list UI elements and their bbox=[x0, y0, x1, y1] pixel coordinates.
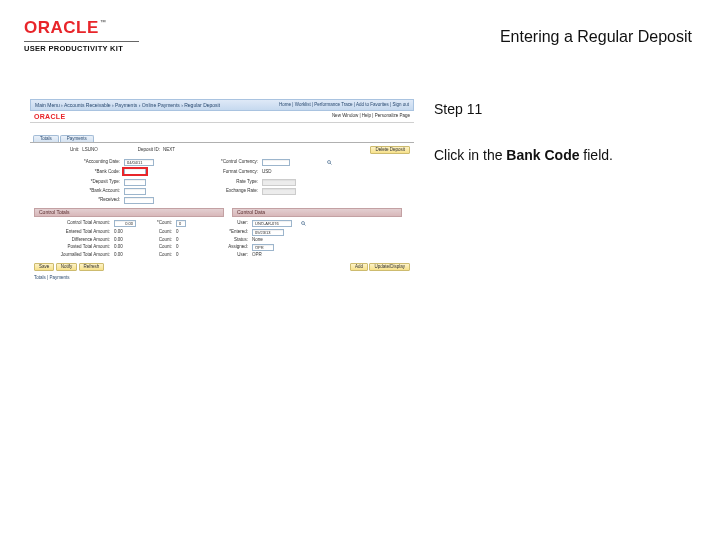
control-totals-grid: Control Total Amount: 0.00 *Count: 0 Use… bbox=[30, 217, 414, 260]
count4-label: Count: bbox=[142, 245, 172, 250]
rate-type-input[interactable] bbox=[262, 179, 296, 186]
logo-text: ORACLE bbox=[24, 18, 99, 38]
control-data-header: Control Data bbox=[232, 208, 402, 217]
control-total-amount-input[interactable]: 0.00 bbox=[114, 220, 136, 227]
content-row: Main Menu › Accounts Receivable › Paymen… bbox=[0, 59, 720, 299]
rate-type-label: Rate Type: bbox=[188, 180, 258, 185]
received-input[interactable] bbox=[124, 197, 154, 204]
logo-subtitle: USER PRODUCTIVITY KIT bbox=[24, 41, 139, 53]
user2-value: OPR bbox=[252, 253, 296, 258]
user-value[interactable]: UNO-AR-076 bbox=[252, 220, 292, 227]
screenshot-brand-links: New Window | Help | Personalize Page bbox=[332, 114, 410, 119]
count5-value: 0 bbox=[176, 253, 188, 258]
control-total-amount-label: Control Total Amount: bbox=[40, 221, 110, 226]
update-display-button[interactable]: Update/Display bbox=[369, 263, 410, 272]
count2-label: Count: bbox=[142, 230, 172, 235]
status-label: Status: bbox=[192, 238, 248, 243]
difference-amount-label: Difference Amount: bbox=[40, 238, 110, 243]
svg-line-3 bbox=[304, 224, 306, 226]
desc-prefix: Click in the bbox=[434, 147, 506, 163]
instruction-panel: Step 11 Click in the Bank Code field. bbox=[434, 99, 694, 163]
topbar-links: Home | Worklist | Performance Trace | Ad… bbox=[279, 103, 409, 108]
count4-value: 0 bbox=[176, 245, 188, 250]
footer-buttons: Save Notify Refresh Add Update/Display bbox=[30, 260, 414, 275]
lookup-icon[interactable] bbox=[300, 220, 306, 226]
unit-label: Unit: bbox=[70, 148, 79, 153]
accounting-date-input[interactable]: 04/04/11 bbox=[124, 159, 154, 166]
control-currency-input[interactable] bbox=[262, 159, 290, 166]
count1-input[interactable]: 0 bbox=[176, 220, 186, 227]
bank-account-label: *Bank Account: bbox=[60, 189, 120, 194]
posted-total-amount-label: Posted Total Amount: bbox=[40, 245, 110, 250]
screenshot-topbar: Main Menu › Accounts Receivable › Paymen… bbox=[30, 99, 414, 111]
count2-value: 0 bbox=[176, 230, 188, 235]
accounting-date-label: *Accounting Date: bbox=[60, 160, 120, 165]
save-button[interactable]: Save bbox=[34, 263, 54, 272]
journalled-total-amount-value: 0.00 bbox=[114, 253, 138, 258]
count3-value: 0 bbox=[176, 238, 188, 243]
refresh-button[interactable]: Refresh bbox=[79, 263, 105, 272]
add-button[interactable]: Add bbox=[350, 263, 368, 272]
svg-line-1 bbox=[330, 163, 332, 165]
deposit-id-value: NEXT bbox=[163, 148, 175, 153]
deposit-id-label: Deposit ID: bbox=[138, 148, 160, 153]
oracle-logo: ORACLE ™ bbox=[24, 18, 139, 38]
tab-bar: Totals Payments bbox=[30, 133, 414, 143]
exchange-rate-input[interactable] bbox=[262, 188, 296, 195]
tab-totals[interactable]: Totals bbox=[33, 135, 59, 143]
step-description: Click in the Bank Code field. bbox=[434, 147, 694, 163]
desc-suffix: field. bbox=[579, 147, 612, 163]
page-header: ORACLE ™ USER PRODUCTIVITY KIT Entering … bbox=[0, 0, 720, 59]
format-currency-label: Format Currency: bbox=[188, 170, 258, 175]
bottom-tab-links[interactable]: Totals | Payments bbox=[30, 274, 414, 281]
unit-value: LSUNO bbox=[82, 148, 98, 153]
count5-label: Count: bbox=[142, 253, 172, 258]
bank-code-label: *Bank Code: bbox=[60, 170, 120, 175]
control-currency-label: *Control Currency: bbox=[188, 160, 258, 165]
journalled-total-amount-label: Journalled Total Amount: bbox=[40, 253, 110, 258]
entered-total-amount-value: 0.00 bbox=[114, 230, 138, 235]
assigned-input[interactable]: OPR bbox=[252, 244, 274, 251]
user-label: User: bbox=[192, 221, 248, 226]
screenshot-meta bbox=[30, 123, 414, 133]
count1-label: *Count: bbox=[142, 221, 172, 226]
format-currency-value: USD bbox=[262, 170, 322, 175]
entered-date-label: *Entered: bbox=[192, 230, 248, 235]
control-totals-header: Control Totals bbox=[34, 208, 224, 217]
breadcrumb: Main Menu › Accounts Receivable › Paymen… bbox=[35, 103, 220, 108]
logo-trademark: ™ bbox=[100, 19, 107, 25]
lookup-icon[interactable] bbox=[326, 160, 332, 166]
count3-label: Count: bbox=[142, 238, 172, 243]
bank-account-input[interactable] bbox=[124, 188, 146, 195]
screenshot-oracle-logo: ORACLE bbox=[34, 113, 65, 120]
entered-total-amount-label: Entered Total Amount: bbox=[40, 230, 110, 235]
deposit-type-input[interactable] bbox=[124, 179, 146, 186]
deposit-fields: *Accounting Date: 04/04/11 *Control Curr… bbox=[30, 155, 414, 206]
screenshot-brandbar: ORACLE New Window | Help | Personalize P… bbox=[30, 111, 414, 123]
tab-payments[interactable]: Payments bbox=[60, 135, 94, 143]
delete-deposit-button[interactable]: Delete Deposit bbox=[370, 146, 410, 155]
user2-label: User: bbox=[192, 253, 248, 258]
assigned-label: Assigned: bbox=[192, 245, 248, 250]
logo-block: ORACLE ™ USER PRODUCTIVITY KIT bbox=[24, 18, 139, 53]
section-headers: Control Totals Control Data bbox=[30, 206, 414, 217]
difference-amount-value: 0.00 bbox=[114, 238, 138, 243]
posted-total-amount-value: 0.00 bbox=[114, 245, 138, 250]
exchange-rate-label: Exchange Rate: bbox=[188, 189, 258, 194]
entered-date-input[interactable]: 09/23/13 bbox=[252, 229, 284, 236]
received-label: *Received: bbox=[60, 198, 120, 203]
notify-button[interactable]: Notify bbox=[56, 263, 78, 272]
page-title: Entering a Regular Deposit bbox=[500, 28, 692, 46]
deposit-header-row: Unit: LSUNO Deposit ID: NEXT Delete Depo… bbox=[30, 143, 414, 155]
step-label: Step 11 bbox=[434, 101, 694, 117]
deposit-type-label: *Deposit Type: bbox=[60, 180, 120, 185]
bank-code-input[interactable] bbox=[124, 168, 146, 175]
status-value: None bbox=[252, 238, 296, 243]
app-screenshot: Main Menu › Accounts Receivable › Paymen… bbox=[30, 99, 414, 299]
desc-field-name: Bank Code bbox=[506, 147, 579, 163]
